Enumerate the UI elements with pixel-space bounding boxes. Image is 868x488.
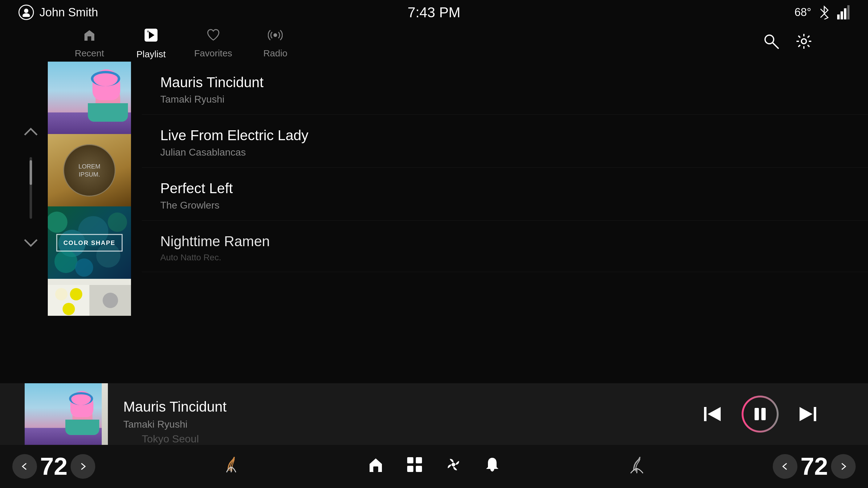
tab-favorites[interactable]: Favorites	[194, 28, 232, 59]
svg-point-1	[23, 13, 30, 17]
nav-bar: Recent Playlist Favorites	[0, 25, 868, 62]
album-thumb-4[interactable]	[48, 279, 131, 316]
playlist-title-4: Nighttime Ramen	[160, 233, 849, 250]
svg-rect-32	[407, 466, 413, 472]
playlist-icon	[143, 27, 159, 46]
temp-right-next[interactable]	[831, 454, 856, 479]
tab-favorites-label: Favorites	[194, 48, 232, 59]
bottom-center-icons	[367, 456, 501, 477]
next-song-hint: Tokyo Seoul	[142, 433, 199, 445]
user-info: John Smith	[19, 5, 98, 20]
svg-rect-5	[847, 5, 849, 20]
nav-tabs: Recent Playlist Favorites	[53, 27, 763, 60]
playback-controls	[702, 396, 819, 432]
playlist-item-4[interactable]: Nighttime Ramen Auto Natto Rec.	[142, 221, 868, 272]
status-icons: 68°	[795, 5, 849, 20]
playlist-title-1: Mauris Tincidunt	[160, 74, 849, 91]
now-playing-artist: Tamaki Ryushi	[123, 419, 405, 430]
album-thumb-3[interactable]: coLor ShAPE	[48, 206, 131, 279]
svg-point-23	[75, 258, 93, 276]
tab-recent-label: Recent	[74, 48, 104, 59]
previous-button[interactable]	[702, 403, 723, 425]
grid-icon[interactable]	[406, 456, 423, 477]
svg-point-16	[801, 39, 806, 44]
tab-playlist-label: Playlist	[136, 49, 165, 60]
temp-left-prev[interactable]	[12, 454, 37, 479]
svg-point-34	[452, 463, 455, 466]
color-shape-text: coLor ShAPE	[63, 239, 116, 246]
scroll-track	[30, 157, 32, 219]
status-bar: John Smith 7:43 PM 68°	[0, 0, 868, 25]
svg-rect-27	[814, 407, 816, 421]
scroll-thumb	[30, 160, 32, 185]
now-playing-title: Mauris Tincidunt	[123, 398, 405, 415]
svg-rect-3	[841, 11, 843, 20]
svg-rect-26	[761, 408, 766, 420]
temp-left-controls: 72	[12, 452, 95, 481]
pause-button[interactable]	[742, 396, 779, 432]
next-button[interactable]	[797, 403, 819, 425]
bell-icon[interactable]	[484, 456, 501, 477]
temp-left-next[interactable]	[70, 454, 95, 479]
playlist-container: Mauris Tincidunt Tamaki Ryushi Live From…	[142, 62, 868, 383]
svg-line-15	[772, 42, 779, 49]
album-thumb-2[interactable]: LOREMIPSUM.	[48, 134, 131, 206]
user-avatar	[19, 5, 34, 20]
now-playing-art	[25, 383, 108, 445]
fan-icon[interactable]	[445, 456, 462, 477]
svg-rect-30	[407, 457, 413, 463]
clock: 7:43 PM	[407, 4, 460, 21]
tab-radio-label: Radio	[263, 48, 287, 59]
recent-icon	[82, 28, 97, 45]
username: John Smith	[39, 6, 98, 19]
tab-radio[interactable]: Radio	[257, 28, 294, 59]
svg-rect-29	[373, 466, 378, 472]
bluetooth-icon	[819, 5, 830, 20]
temp-right-value: 72	[801, 452, 828, 481]
svg-rect-12	[147, 31, 149, 32]
tab-playlist[interactable]: Playlist	[132, 27, 169, 60]
svg-point-21	[55, 250, 78, 273]
svg-point-0	[24, 9, 28, 13]
svg-rect-10	[88, 36, 91, 41]
svg-rect-2	[837, 14, 840, 20]
temp-right-prev[interactable]	[773, 454, 798, 479]
now-playing-bar: Mauris Tincidunt Tamaki Ryushi Toky	[0, 383, 868, 445]
album-thumbnails: LOREMIPSUM. coLor ShAPE	[48, 62, 132, 316]
playlist-item-1[interactable]: Mauris Tincidunt Tamaki Ryushi	[142, 62, 868, 115]
svg-rect-31	[416, 457, 422, 463]
radio-icon	[268, 28, 283, 45]
playlist-title-2: Live From Electric Lady	[160, 127, 849, 143]
settings-icon[interactable]	[795, 33, 812, 54]
signal-icon	[837, 5, 849, 20]
svg-rect-4	[844, 8, 846, 20]
playlist-artist-2: Julian Casablancas	[160, 147, 849, 158]
home-icon[interactable]	[367, 456, 384, 477]
scroll-up-button[interactable]	[16, 117, 46, 148]
playlist-artist-4: Auto Natto Rec.	[160, 253, 849, 262]
svg-rect-25	[754, 408, 759, 420]
album-thumb-1[interactable]	[48, 62, 131, 134]
scroll-down-button[interactable]	[16, 228, 46, 259]
nav-actions	[763, 33, 812, 54]
hvac-right-icon[interactable]	[627, 455, 646, 478]
playlist-item-3[interactable]: Perfect Left The Growlers	[142, 168, 868, 221]
now-playing-info: Mauris Tincidunt Tamaki Ryushi	[108, 398, 420, 430]
svg-rect-33	[416, 466, 422, 472]
search-icon[interactable]	[763, 33, 780, 54]
playlist-item-2[interactable]: Live From Electric Lady Julian Casablanc…	[142, 115, 868, 168]
svg-point-13	[273, 33, 277, 37]
scroll-controls	[16, 117, 46, 259]
playlist-artist-3: The Growlers	[160, 200, 849, 211]
playlist-artist-1: Tamaki Ryushi	[160, 94, 849, 105]
playlist-title-3: Perfect Left	[160, 180, 849, 197]
svg-point-17	[48, 212, 67, 233]
album-2-text: LOREMIPSUM.	[78, 162, 100, 178]
hvac-left-icon[interactable]	[222, 455, 241, 478]
temp-right-controls: 72	[773, 452, 856, 481]
tab-recent[interactable]: Recent	[71, 28, 108, 59]
temp-left-value: 72	[40, 452, 67, 481]
svg-rect-24	[704, 407, 707, 421]
color-shape-label: coLor ShAPE	[56, 234, 123, 251]
svg-point-22	[107, 213, 127, 232]
